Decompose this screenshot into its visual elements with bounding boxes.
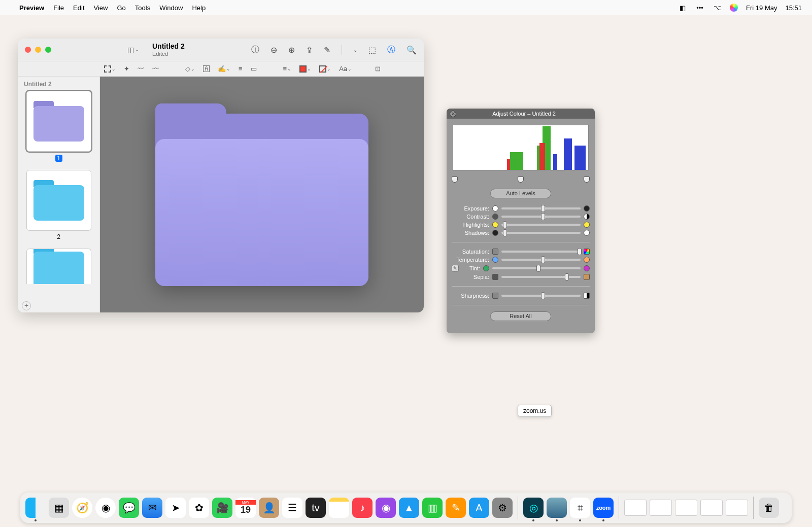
dock-reminders[interactable]: ☰ [282,498,302,518]
markup-toggle-icon[interactable]: Ⓐ [387,45,395,55]
share-icon[interactable]: ⇪ [306,45,313,55]
dock-music[interactable]: ♪ [352,498,373,518]
menubar-more-icon[interactable]: ••• [695,3,704,12]
thumbnail-3[interactable] [26,249,91,284]
menubar-time[interactable]: 15:51 [785,4,802,12]
add-page-button[interactable]: + [22,301,31,310]
mid-point-handle[interactable] [518,177,524,183]
image-canvas[interactable] [100,77,424,312]
dock-recent-5[interactable] [726,500,748,516]
sketch-icon[interactable]: 〰 [138,65,144,73]
dock-numbers[interactable]: ▥ [422,498,443,518]
dock-recent-3[interactable] [675,500,697,516]
auto-levels-button[interactable]: Auto Levels [490,189,551,198]
sharpness-slider[interactable] [501,295,581,297]
dock-recent-4[interactable] [700,500,723,516]
toolbar-chevron-icon[interactable]: ⌄ [353,47,357,53]
thumbnail-1[interactable] [26,91,91,152]
saturation-slider[interactable] [501,251,581,253]
fullscreen-button[interactable] [45,47,51,53]
dock-tv[interactable]: tv [306,498,326,518]
dock-app-store[interactable]: A [469,498,489,518]
zoom-out-icon[interactable]: ⊖ [270,45,277,55]
dock-messages[interactable]: 💬 [119,498,139,518]
white-point-handle[interactable] [584,177,590,183]
dock-notes[interactable] [329,498,349,518]
thumbnail-2[interactable] [26,170,91,231]
minimise-button[interactable] [35,47,41,53]
exposure-slider[interactable] [501,207,581,209]
dock-slack[interactable]: ⌗ [570,498,590,518]
titlebar[interactable]: ◫⌄ Untitled 2 Edited ⓘ ⊖ ⊕ ⇪ ✎ ⌄ ⬚ Ⓐ 🔍 [18,39,424,61]
annotate-icon[interactable]: ⊡ [375,65,381,73]
thumbnail-1-wrap[interactable]: 1 [22,91,95,162]
draw-icon[interactable]: 〰 [152,65,159,73]
line-style-tool[interactable]: ≡⌄ [283,65,292,73]
border-colour-tool[interactable]: ⌄ [299,65,311,73]
dock-photos[interactable]: ✿ [189,498,209,518]
sign-tool[interactable]: ✍⌄ [218,65,230,73]
thumbnail-3-wrap[interactable] [22,249,95,284]
dock-mail[interactable]: ✉ [142,498,162,518]
text-style-tool[interactable]: Aa⌄ [339,65,352,73]
info-icon[interactable]: ⓘ [251,45,259,55]
dock-app-b[interactable] [547,498,567,518]
reset-all-button[interactable]: Reset All [490,311,551,321]
app-menu[interactable]: Preview [19,4,44,12]
dock-pages[interactable]: ✎ [446,498,466,518]
dock-separator [518,497,518,519]
dock-system-settings[interactable]: ⚙ [492,498,513,518]
dock-maps[interactable]: ➤ [165,498,186,518]
menu-go[interactable]: Go [117,4,125,12]
dock-recent-1[interactable] [624,500,647,516]
dock-launchpad[interactable]: ▦ [49,498,69,518]
contrast-slider[interactable] [501,216,581,218]
zoom-in-icon[interactable]: ⊕ [288,45,295,55]
dock-zoom[interactable]: zoom [593,498,614,518]
dock-contacts[interactable]: 👤 [259,498,279,518]
menu-help[interactable]: Help [192,4,206,12]
tint-slider[interactable] [492,267,581,269]
fill-colour-tool[interactable]: ⌄ [319,65,331,73]
dock-facetime[interactable]: 🎥 [212,498,232,518]
menubar-date[interactable]: Fri 19 May [746,4,777,12]
document-title[interactable]: Untitled 2 Edited [152,43,185,56]
markup-pencil-icon[interactable]: ✎ [324,45,330,55]
siri-icon[interactable] [730,4,738,12]
menu-tools[interactable]: Tools [135,4,150,12]
dock-recent-2[interactable] [650,500,672,516]
search-icon[interactable]: 🔍 [407,45,417,55]
dock-safari[interactable]: 🧭 [72,498,92,518]
menu-window[interactable]: Window [159,4,183,12]
sepia-slider[interactable] [501,276,581,278]
highlights-slider[interactable] [501,224,581,226]
dock-app-a[interactable]: ◎ [523,498,544,518]
menubar-extra-icon[interactable]: ◧ [678,3,687,12]
dock-trash[interactable]: 🗑 [759,498,779,518]
text-tool[interactable]: 🄰 [203,65,210,73]
shadows-slider[interactable] [501,232,581,234]
instant-alpha-icon[interactable]: ✦ [124,65,129,73]
adjust-titlebar[interactable]: ✕ Adjust Colour – Untitled 2 [447,109,595,119]
rotate-icon[interactable]: ⬚ [368,45,376,55]
dock-calendar[interactable]: MAY 19 [235,498,256,518]
dock-finder[interactable] [25,498,46,518]
menu-file[interactable]: File [53,4,64,12]
menu-edit[interactable]: Edit [73,4,84,12]
adjust-colour-icon[interactable]: ≡ [239,65,243,73]
tint-eyedropper-button[interactable]: ✎ [452,265,459,272]
sidebar-toggle[interactable]: ◫⌄ [127,46,139,54]
control-centre-icon[interactable]: ⌥ [713,3,722,12]
adjust-size-icon[interactable]: ▭ [251,65,257,73]
menu-view[interactable]: View [94,4,108,12]
close-button[interactable] [25,47,31,53]
thumbnail-2-wrap[interactable]: 2 [22,170,95,240]
dock-podcasts[interactable]: ◉ [376,498,396,518]
close-icon[interactable]: ✕ [450,111,456,117]
dock-chrome[interactable]: ◉ [95,498,116,518]
selection-tool[interactable]: ⌄ [104,65,116,73]
dock-appstore-alt[interactable]: ▲ [399,498,419,518]
temperature-slider[interactable] [501,259,581,261]
shapes-tool[interactable]: ◇⌄ [185,65,195,73]
black-point-handle[interactable] [452,177,458,183]
